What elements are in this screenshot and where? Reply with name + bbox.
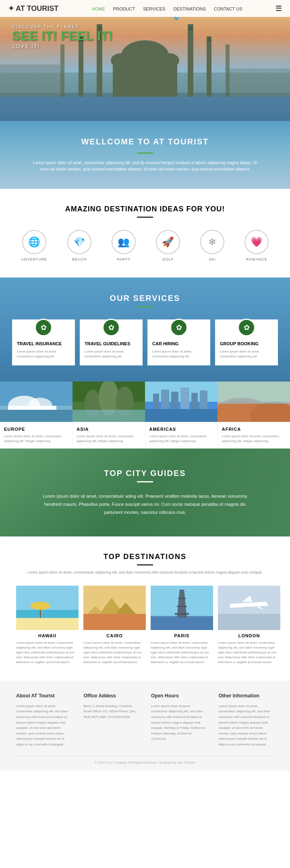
travel-guidelines-icon: ✿ <box>102 319 120 336</box>
svg-rect-46 <box>218 382 290 404</box>
region-img-africa <box>218 382 290 422</box>
service-title-guidelines: TRAVEL GUIDELINES <box>85 341 138 346</box>
footer: About AT Tourist Lorem ipsum dolor sit a… <box>0 681 290 770</box>
dest-party[interactable]: 👥 PARTY <box>112 230 136 261</box>
city-guides-text: Lorem ipsum dolor sit amet, consectetuer… <box>40 492 250 516</box>
service-text-guidelines: Lorem ipsum dolor sit amet, consectetur … <box>85 349 138 359</box>
svg-rect-39 <box>191 393 198 410</box>
regions-section: EUROPE Lorem ipsum dolor sit amet, conse… <box>0 382 290 449</box>
svg-rect-62 <box>175 613 189 615</box>
nav-destinations[interactable]: DESTINATIONS <box>174 6 206 11</box>
dest-hawaii[interactable]: HAWAII Lorem ipsum dolor sit amet, conse… <box>16 586 79 665</box>
welcome-title: WELLCOME TO AT TOURIST <box>24 137 266 146</box>
footer-copyright: © 2016 Your Company. All Rights Reserved… <box>16 755 274 764</box>
service-text-group: Lorem ipsum dolor sit amet, consectetur … <box>220 349 273 359</box>
car-hiring-icon: ✿ <box>170 319 188 336</box>
amazing-title: AMAZING DESTINATION IDEAS FOR YOU! <box>8 205 282 213</box>
service-group-booking[interactable]: ✿ GROUP BOOKING Lorem ipsum dolor sit am… <box>215 319 278 365</box>
service-car-hiring[interactable]: ✿ CAR HIRING Lorem ipsum dolor sit amet,… <box>147 319 210 365</box>
svg-point-50 <box>30 602 50 610</box>
group-booking-icon: ✿ <box>238 319 255 336</box>
region-europe: EUROPE Lorem ipsum dolor sit amet, conse… <box>0 422 72 449</box>
region-img-europe <box>0 382 72 422</box>
svg-rect-60 <box>178 598 186 599</box>
svg-rect-63 <box>151 617 213 630</box>
svg-rect-26 <box>0 410 72 422</box>
city-guides-divider <box>137 481 153 482</box>
svg-rect-15 <box>226 44 230 97</box>
svg-rect-11 <box>207 36 211 97</box>
city-guides-title: TOP CITY GUIDES <box>24 469 266 478</box>
footer-other: Other Information Lorem ipsum dolor sit … <box>219 693 274 747</box>
footer-office: Office Addess Block 2, Arena Building 4 … <box>84 693 139 747</box>
svg-rect-17 <box>230 69 290 97</box>
london-image <box>218 586 280 630</box>
city-guides-content: TOP CITY GUIDES Lorem ipsum dolor sit am… <box>24 469 266 516</box>
top-destinations-title: TOP DESTINATIONS <box>16 553 274 561</box>
region-img-asia <box>72 382 145 422</box>
svg-rect-53 <box>83 614 146 630</box>
hamburger-icon[interactable]: ☰ <box>276 4 282 13</box>
service-travel-insurance[interactable]: ✿ TRAVEL INSURANCE Lorem ipsum dolor sit… <box>12 319 75 365</box>
footer-hours-title: Open Hours <box>151 693 207 699</box>
services-section: OUR SERVICES ✿ TRAVEL INSURANCE Lorem ip… <box>0 278 290 382</box>
dest-paris[interactable]: PARIS Lorem ipsum dolor sit amet, consec… <box>151 586 213 665</box>
nav-services[interactable]: SERVICES <box>143 6 165 11</box>
service-travel-guidelines[interactable]: ✿ TRAVEL GUIDELINES Lorem ipsum dolor si… <box>80 319 143 365</box>
svg-rect-35 <box>153 394 159 410</box>
ski-icon: ❄ <box>200 230 224 254</box>
svg-rect-41 <box>145 409 218 422</box>
travel-insurance-icon: ✿ <box>35 319 52 336</box>
svg-point-5 <box>159 53 179 68</box>
cairo-image <box>83 586 146 630</box>
footer-grid: About AT Tourist Lorem ipsum dolor sit a… <box>16 693 274 747</box>
svg-rect-40 <box>200 390 207 410</box>
svg-rect-7 <box>188 24 193 97</box>
services-divider <box>137 306 153 307</box>
svg-rect-45 <box>218 402 290 422</box>
welcome-section: WELLCOME TO AT TOURIST Lorem ipsum dolor… <box>0 121 290 189</box>
hero-section: 🐦 🐦 🐦 DISCOVER THE PLANET SEE IT! FEEL I… <box>0 0 290 121</box>
footer-other-text: Lorem ipsum dolor sit amet, consectetur … <box>219 703 274 747</box>
footer-office-text: Block 2, Arena Building 4 Gardina Road O… <box>84 703 139 720</box>
logo-icon: ✦ <box>8 4 14 13</box>
footer-hours: Open Hours Lorem ipsum dolor sit amet, c… <box>151 693 207 747</box>
dest-beach[interactable]: 💎 BEACH <box>67 230 91 261</box>
svg-rect-65 <box>218 614 280 630</box>
regions-text: EUROPE Lorem ipsum dolor sit amet, conse… <box>0 422 290 449</box>
top-destinations-divider <box>137 564 153 565</box>
svg-rect-32 <box>72 410 145 422</box>
destination-icons: 🌐 ADVENTURE 💎 BEACH 👥 PARTY 🚀 GOLF ❄ SKI… <box>8 230 282 261</box>
footer-about: About AT Tourist Lorem ipsum dolor sit a… <box>16 693 72 747</box>
region-americas: AMERICAS Lorem ipsum dolor sit amet, con… <box>145 422 218 449</box>
footer-other-title: Other Information <box>219 693 274 699</box>
dest-romance[interactable]: 💗 ROMANCE <box>244 230 269 261</box>
svg-rect-69 <box>244 607 252 609</box>
nav-product[interactable]: PRODUCT <box>113 6 135 11</box>
logo[interactable]: ✦ AT TOURIST <box>8 4 58 13</box>
paris-image <box>151 586 213 630</box>
dest-adventure[interactable]: 🌐 ADVENTURE <box>21 230 48 261</box>
navbar: ✦ AT TOURIST HOME PRODUCT SERVICES DESTI… <box>0 0 290 17</box>
city-guides-section: TOP CITY GUIDES Lorem ipsum dolor sit am… <box>0 449 290 536</box>
service-text-insurance: Lorem ipsum dolor sit amet, consectetur … <box>17 349 70 359</box>
regions-images <box>0 382 290 422</box>
service-text-car: Lorem ipsum dolor sit amet, consectetur … <box>152 349 205 359</box>
dest-london[interactable]: LONDON Lorem ipsum dolor sit amet, conse… <box>218 586 280 665</box>
nav-contact[interactable]: CONTACT US <box>214 6 242 11</box>
services-grid: ✿ TRAVEL INSURANCE Lorem ipsum dolor sit… <box>12 319 278 365</box>
footer-office-title: Office Addess <box>84 693 139 699</box>
svg-rect-16 <box>0 65 60 97</box>
dest-cairo[interactable]: CAIRO Lorem ipsum dolor sit amet, consec… <box>83 586 146 665</box>
dest-ski[interactable]: ❄ SKI <box>200 230 224 261</box>
romance-icon: 💗 <box>244 230 269 254</box>
nav-home[interactable]: HOME <box>92 6 105 11</box>
destinations-grid: HAWAII Lorem ipsum dolor sit amet, conse… <box>16 586 274 665</box>
amazing-divider <box>137 217 153 218</box>
service-title-car: CAR HIRING <box>152 341 205 346</box>
dest-golf[interactable]: 🚀 GOLF <box>156 230 180 261</box>
region-africa: AFRICA Lorem ipsum dolor sit amet, conse… <box>218 422 290 449</box>
hero-text: DISCOVER THE PLANET SEE IT! FEEL IT! LOV… <box>12 24 113 49</box>
svg-rect-0 <box>0 93 290 121</box>
hero-love: LOVE IT! <box>12 43 113 49</box>
